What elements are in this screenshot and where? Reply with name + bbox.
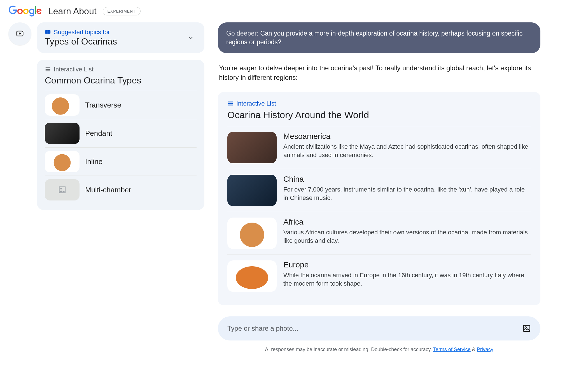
image-upload-icon[interactable] <box>522 324 531 333</box>
suggested-label-text: Suggested topics for <box>54 29 110 36</box>
book-icon <box>45 29 51 35</box>
chat-input-placeholder: Type or share a photo... <box>227 325 298 332</box>
list-item-label: Multi-chamber <box>85 186 131 194</box>
footer: AI responses may be inaccurate or mislea… <box>218 347 540 353</box>
list-item[interactable]: Inline <box>45 147 197 176</box>
thumb-multichamber <box>45 179 80 200</box>
list-icon <box>227 101 234 107</box>
new-chat-button[interactable] <box>8 22 31 45</box>
thumb-africa <box>227 218 277 249</box>
chevron-down-icon <box>185 32 197 44</box>
list-item-label: Inline <box>85 157 102 166</box>
image-icon <box>58 185 67 194</box>
chat-input[interactable]: Type or share a photo... <box>218 316 540 340</box>
common-types-title: Common Ocarina Types <box>45 75 197 86</box>
interactive-list-label: Interactive List <box>45 66 197 73</box>
thumb-inline <box>45 151 80 172</box>
header: Learn About EXPERIMENT <box>0 0 588 22</box>
list-item[interactable]: Transverse <box>45 91 197 119</box>
world-item-title: Africa <box>283 218 531 227</box>
app-title: Learn About <box>48 6 97 17</box>
svg-rect-5 <box>46 71 50 71</box>
disclaimer-text: AI responses may be inaccurate or mislea… <box>265 347 433 352</box>
thumb-pendant <box>45 123 80 144</box>
go-deeper-label: Go deeper: <box>226 30 260 37</box>
experiment-badge: EXPERIMENT <box>103 7 141 15</box>
svg-rect-9 <box>228 105 233 106</box>
world-item[interactable]: Africa Various African cultures develope… <box>227 212 531 255</box>
svg-rect-7 <box>228 102 233 102</box>
list-icon <box>45 66 51 73</box>
svg-point-6 <box>60 188 62 189</box>
thumb-mesoamerica <box>227 132 277 163</box>
world-item[interactable]: Europe While the ocarina arrived in Euro… <box>227 255 531 297</box>
thumb-europe <box>227 260 277 292</box>
svg-rect-10 <box>524 325 530 332</box>
world-card-title: Ocarina History Around the World <box>227 109 531 120</box>
google-logo[interactable] <box>8 6 42 17</box>
privacy-link[interactable]: Privacy <box>477 347 493 352</box>
interactive-list-label: Interactive List <box>227 100 531 107</box>
world-item-desc: Ancient civilizations like the Maya and … <box>283 143 531 159</box>
go-deeper-chip[interactable]: Go deeper: Can you provide a more in-dep… <box>218 22 540 53</box>
svg-rect-3 <box>46 67 50 68</box>
suggested-title: Types of Ocarinas <box>45 36 117 47</box>
suggested-topics-card[interactable]: Suggested topics for Types of Ocarinas <box>37 22 204 53</box>
list-item[interactable]: Pendant <box>45 119 197 147</box>
world-item[interactable]: Mesoamerica Ancient civilizations like t… <box>227 126 531 169</box>
interactive-list-label-text: Interactive List <box>54 66 94 73</box>
common-types-card: Interactive List Common Ocarina Types Tr… <box>37 60 204 210</box>
world-item-title: China <box>283 175 531 184</box>
world-history-card: Interactive List Ocarina History Around … <box>218 92 540 305</box>
interactive-list-label-text: Interactive List <box>236 100 276 107</box>
terms-link[interactable]: Terms of Service <box>433 347 471 352</box>
svg-point-11 <box>525 327 526 328</box>
list-item-label: Pendant <box>85 129 112 138</box>
list-item[interactable]: Multi-chamber <box>45 176 197 204</box>
suggested-label: Suggested topics for <box>45 29 117 36</box>
world-item-title: Europe <box>283 260 531 269</box>
world-item-desc: Various African cultures developed their… <box>283 228 531 245</box>
response-intro: You're eager to delve deeper into the oc… <box>219 63 539 82</box>
world-item-desc: While the ocarina arrived in Europe in t… <box>283 271 531 288</box>
list-item-label: Transverse <box>85 101 121 109</box>
thumb-transverse <box>45 94 80 116</box>
world-item-title: Mesoamerica <box>283 132 531 141</box>
svg-rect-8 <box>228 103 233 104</box>
world-item-desc: For over 7,000 years, instruments simila… <box>283 185 531 202</box>
go-deeper-text: Can you provide a more in-depth explorat… <box>226 30 522 46</box>
thumb-china <box>227 175 277 206</box>
world-item[interactable]: China For over 7,000 years, instruments … <box>227 169 531 212</box>
svg-rect-4 <box>46 69 50 70</box>
